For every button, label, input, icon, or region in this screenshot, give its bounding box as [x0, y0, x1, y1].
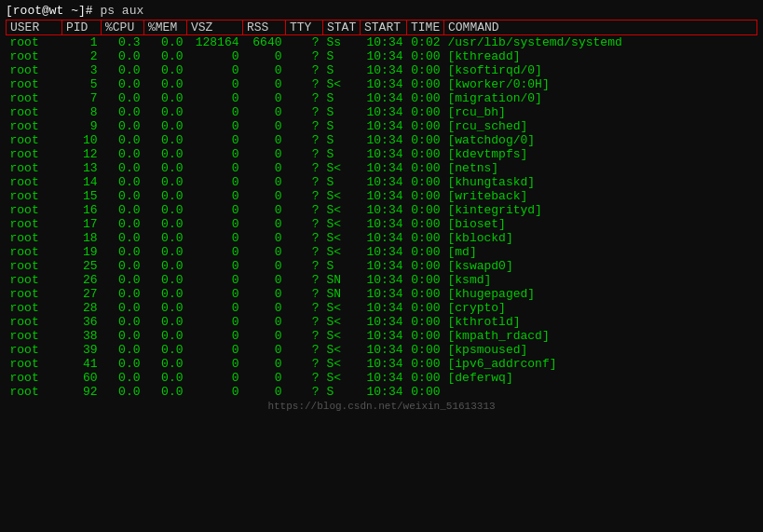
cell-user: root — [7, 105, 62, 119]
cell-mem: 0.0 — [144, 189, 187, 203]
cell-vsz: 0 — [187, 161, 243, 175]
cell-vsz: 0 — [187, 77, 243, 91]
header-pid: PID — [62, 20, 102, 35]
cell-start: 10:34 — [361, 189, 407, 203]
cell-cpu: 0.0 — [102, 343, 144, 357]
cell-rss: 0 — [243, 119, 286, 133]
cell-pid: 92 — [62, 385, 102, 399]
cell-time: 0:00 — [407, 301, 444, 315]
cell-vsz: 0 — [187, 329, 243, 343]
cell-cpu: 0.0 — [102, 385, 144, 399]
cell-vsz: 0 — [187, 231, 243, 245]
cell-tty: ? — [286, 49, 323, 63]
cell-pid: 15 — [62, 189, 102, 203]
cell-start: 10:34 — [361, 63, 407, 77]
cell-start: 10:34 — [361, 203, 407, 217]
cell-pid: 3 — [62, 63, 102, 77]
table-row: root120.00.000?S10:340:00[kdevtmpfs] — [7, 147, 757, 161]
cell-rss: 0 — [243, 245, 286, 259]
cell-start: 10:34 — [361, 133, 407, 147]
cell-mem: 0.0 — [144, 175, 187, 189]
cell-time: 0:00 — [407, 273, 444, 287]
cell-stat: S< — [323, 161, 361, 175]
table-row: root190.00.000?S<10:340:00[md] — [7, 245, 757, 259]
cell-user: root — [7, 189, 62, 203]
cell-vsz: 0 — [187, 63, 243, 77]
cell-cmd: [rcu_sched] — [444, 119, 757, 133]
cell-vsz: 0 — [187, 301, 243, 315]
cell-stat: S — [323, 105, 361, 119]
table-row: root390.00.000?S<10:340:00[kpsmoused] — [7, 343, 757, 357]
cell-stat: S< — [323, 217, 361, 231]
cell-start: 10:34 — [361, 329, 407, 343]
cell-mem: 0.0 — [144, 63, 187, 77]
cell-mem: 0.0 — [144, 203, 187, 217]
cell-vsz: 0 — [187, 371, 243, 385]
header-time: TIME — [407, 20, 444, 35]
cell-start: 10:34 — [361, 301, 407, 315]
cell-tty: ? — [286, 231, 323, 245]
cell-start: 10:34 — [361, 245, 407, 259]
cell-cpu: 0.0 — [102, 119, 144, 133]
cell-cpu: 0.0 — [102, 91, 144, 105]
header-tty: TTY — [286, 20, 323, 35]
cell-time: 0:00 — [407, 217, 444, 231]
cell-time: 0:00 — [407, 63, 444, 77]
cell-cpu: 0.0 — [102, 315, 144, 329]
cell-cpu: 0.0 — [102, 49, 144, 63]
cell-cmd: [ipv6_addrconf] — [444, 357, 757, 371]
cell-pid: 10 — [62, 133, 102, 147]
cell-tty: ? — [286, 161, 323, 175]
cell-stat: SN — [323, 273, 361, 287]
cell-tty: ? — [286, 175, 323, 189]
cell-stat: S — [323, 49, 361, 63]
cell-time: 0:00 — [407, 315, 444, 329]
cell-user: root — [7, 119, 62, 133]
cell-rss: 0 — [243, 357, 286, 371]
cell-vsz: 0 — [187, 357, 243, 371]
cell-cpu: 0.0 — [102, 203, 144, 217]
cell-mem: 0.0 — [144, 245, 187, 259]
cell-pid: 26 — [62, 273, 102, 287]
table-row: root80.00.000?S10:340:00[rcu_bh] — [7, 105, 757, 119]
cell-rss: 0 — [243, 371, 286, 385]
cell-user: root — [7, 161, 62, 175]
cell-start: 10:34 — [361, 357, 407, 371]
cell-cpu: 0.0 — [102, 245, 144, 259]
cell-start: 10:34 — [361, 315, 407, 329]
cell-vsz: 0 — [187, 105, 243, 119]
cell-mem: 0.0 — [144, 147, 187, 161]
cell-cpu: 0.3 — [102, 35, 144, 50]
cell-stat: S< — [323, 231, 361, 245]
table-row: root100.00.000?S10:340:00[watchdog/0] — [7, 133, 757, 147]
cell-cmd: [md] — [444, 245, 757, 259]
cell-vsz: 0 — [187, 119, 243, 133]
cell-rss: 0 — [243, 91, 286, 105]
cell-pid: 12 — [62, 147, 102, 161]
cell-pid: 25 — [62, 259, 102, 273]
cell-time: 0:00 — [407, 49, 444, 63]
cell-time: 0:00 — [407, 77, 444, 91]
cell-start: 10:34 — [361, 77, 407, 91]
cell-stat: S< — [323, 315, 361, 329]
cell-start: 10:34 — [361, 259, 407, 273]
cell-user: root — [7, 77, 62, 91]
cell-pid: 18 — [62, 231, 102, 245]
cell-pid: 60 — [62, 371, 102, 385]
cell-pid: 9 — [62, 119, 102, 133]
cell-stat: S< — [323, 357, 361, 371]
cell-cpu: 0.0 — [102, 357, 144, 371]
cell-rss: 0 — [243, 161, 286, 175]
cell-rss: 6640 — [243, 35, 286, 50]
table-row: root140.00.000?S10:340:00[khungtaskd] — [7, 175, 757, 189]
cell-tty: ? — [286, 259, 323, 273]
cell-rss: 0 — [243, 63, 286, 77]
cell-vsz: 0 — [187, 315, 243, 329]
table-row: root180.00.000?S<10:340:00[kblockd] — [7, 231, 757, 245]
cell-cmd: [ksoftirqd/0] — [444, 63, 757, 77]
cell-mem: 0.0 — [144, 315, 187, 329]
prompt-command: ps aux — [100, 4, 143, 18]
cell-vsz: 0 — [187, 175, 243, 189]
table-row: root250.00.000?S10:340:00[kswapd0] — [7, 259, 757, 273]
cell-tty: ? — [286, 147, 323, 161]
